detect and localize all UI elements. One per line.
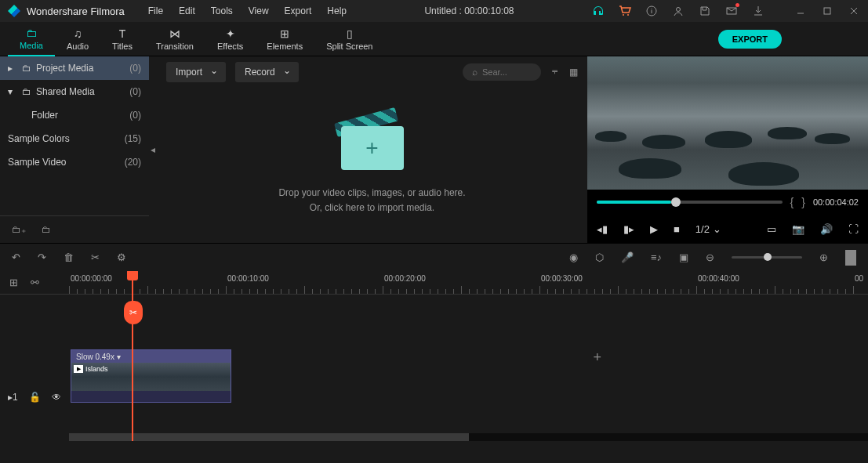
chevron-down-icon: ▾	[117, 353, 121, 361]
play-pause-icon[interactable]: ▮▸	[623, 223, 634, 235]
ruler-time-2: 00:00:20:00	[384, 274, 426, 283]
redo-icon[interactable]: ↷	[38, 251, 46, 263]
music-icon: ♫	[74, 27, 82, 40]
mail-icon[interactable]	[725, 5, 738, 17]
titlebar-actions	[592, 5, 860, 17]
filter-icon[interactable]: ⫧	[550, 67, 560, 78]
svg-point-0	[623, 14, 624, 16]
play-icon[interactable]: ▶	[650, 223, 658, 235]
tab-titles[interactable]: TTitles	[100, 22, 144, 56]
mark-out-icon[interactable]: }	[801, 196, 805, 208]
timeline-options-icon[interactable]: ⊞	[9, 277, 18, 288]
timeline-tracks[interactable]: 00:00:00:00 00:00:10:00 00:00:20:00 00:0…	[69, 271, 868, 441]
voiceover-icon[interactable]: 🎤	[621, 251, 634, 263]
settings-icon[interactable]: ⚙	[117, 251, 126, 263]
grid-view-icon[interactable]: ▦	[569, 67, 578, 78]
menu-edit[interactable]: Edit	[179, 5, 195, 16]
download-icon[interactable]	[752, 5, 764, 17]
timeline-ruler[interactable]: 00:00:00:00 00:00:10:00 00:00:20:00 00:0…	[69, 271, 868, 295]
save-icon[interactable]	[699, 5, 711, 17]
menu-help[interactable]: Help	[327, 5, 347, 16]
zoom-fit-icon[interactable]	[845, 250, 856, 266]
tab-effects[interactable]: ✦Effects	[205, 22, 255, 56]
snapshot-icon[interactable]: 📷	[792, 223, 804, 235]
account-icon[interactable]	[672, 5, 685, 17]
delete-icon[interactable]: 🗑	[64, 251, 74, 263]
media-drop-zone[interactable]: + Drop your video clips, images, or audi…	[157, 88, 587, 243]
sidebar-item-sample-colors[interactable]: Sample Colors (15)	[0, 127, 149, 150]
add-track-icon[interactable]: +	[593, 349, 601, 366]
zoom-slider[interactable]	[732, 256, 802, 259]
cart-icon[interactable]	[619, 5, 631, 17]
visibility-icon[interactable]: 👁	[52, 392, 61, 403]
timeline-clip[interactable]: Slow 0.49x▾ ▶ Islands	[71, 349, 231, 403]
clip-speed-label[interactable]: Slow 0.49x▾	[71, 350, 231, 363]
zoom-out-icon[interactable]: ⊖	[706, 251, 714, 263]
stop-icon[interactable]: ■	[674, 223, 680, 235]
tab-split-screen[interactable]: ▯Split Screen	[314, 22, 384, 56]
search-box[interactable]: ⌕	[463, 63, 541, 81]
document-title: Untitled : 00:00:10:08	[347, 5, 592, 16]
svg-point-1	[627, 14, 629, 16]
seek-track[interactable]	[597, 201, 783, 204]
seek-handle[interactable]	[671, 197, 681, 207]
tab-elements[interactable]: ⊞Elements	[255, 22, 314, 56]
new-folder-icon[interactable]: 🗀₊	[12, 224, 26, 235]
ruler-time-0: 00:00:00:00	[71, 274, 112, 283]
split-icon[interactable]: ✂	[91, 251, 100, 263]
volume-icon[interactable]: 🔊	[820, 223, 833, 235]
search-input[interactable]	[482, 67, 529, 77]
link-icon[interactable]: ⚯	[31, 277, 39, 288]
prev-frame-icon[interactable]: ◂▮	[597, 223, 608, 235]
sidebar-actions: 🗀₊ 🗀	[0, 215, 149, 243]
zoom-handle[interactable]	[764, 253, 772, 261]
audio-mixer-icon[interactable]: ≡♪	[651, 251, 662, 263]
play-indicator-icon: ▶	[74, 365, 83, 373]
mark-in-icon[interactable]: {	[790, 196, 794, 208]
preview-ratio[interactable]: 1/2 ⌄	[695, 223, 721, 235]
main-menu: File Edit Tools View Export Help	[148, 5, 347, 16]
open-folder-icon[interactable]: 🗀	[42, 224, 51, 235]
timeline-scrollbar[interactable]	[69, 433, 868, 441]
maximize-icon[interactable]	[821, 5, 833, 17]
tabs-bar: 🗀Media ♫Audio TTitles ⋈Transition ✦Effec…	[0, 22, 868, 56]
close-icon[interactable]	[848, 5, 860, 17]
minimize-icon[interactable]	[794, 5, 807, 17]
menu-export[interactable]: Export	[285, 5, 312, 16]
quality-icon[interactable]: ▭	[767, 223, 776, 235]
render-icon[interactable]: ◉	[569, 251, 578, 263]
playhead-handle[interactable]	[127, 271, 138, 280]
sidebar-item-folder[interactable]: Folder (0)	[0, 103, 149, 127]
record-dropdown[interactable]: Record	[235, 62, 299, 82]
split-marker-icon[interactable]: ✂	[124, 301, 143, 324]
preview-video[interactable]	[587, 56, 868, 190]
crop-icon[interactable]: ▣	[679, 251, 688, 263]
menu-view[interactable]: View	[249, 5, 269, 16]
scrollbar-thumb[interactable]	[69, 433, 469, 441]
media-sidebar: ▸ 🗀 Project Media (0) ▾ 🗀 Shared Media (…	[0, 56, 149, 243]
info-icon[interactable]	[645, 5, 658, 17]
tab-transition[interactable]: ⋈Transition	[144, 22, 205, 56]
svg-rect-5	[824, 8, 830, 14]
menu-file[interactable]: File	[148, 5, 163, 16]
clip-thumbnails: ▶ Islands	[71, 363, 231, 391]
zoom-in-icon[interactable]: ⊕	[819, 251, 828, 263]
sidebar-item-sample-video[interactable]: Sample Video (20)	[0, 150, 149, 174]
playhead[interactable]	[132, 271, 133, 441]
headset-icon[interactable]	[592, 5, 605, 17]
sidebar-collapse-handle[interactable]: ◂	[149, 56, 157, 243]
sidebar-item-shared-media[interactable]: ▾ 🗀 Shared Media (0)	[0, 80, 149, 103]
elements-icon: ⊞	[280, 27, 289, 40]
lock-icon[interactable]: 🔓	[29, 392, 41, 403]
fullscreen-icon[interactable]: ⛶	[848, 223, 859, 235]
tab-audio[interactable]: ♫Audio	[55, 22, 100, 56]
export-button[interactable]: EXPORT	[718, 30, 782, 49]
undo-icon[interactable]: ↶	[12, 251, 20, 263]
folder-icon: 🗀	[22, 63, 31, 74]
tab-media[interactable]: 🗀Media	[8, 22, 55, 56]
marker-icon[interactable]: ⬡	[595, 251, 604, 263]
video-track-header[interactable]: ▸1 🔓 👁	[0, 377, 69, 418]
sidebar-item-project-media[interactable]: ▸ 🗀 Project Media (0)	[0, 56, 149, 80]
menu-tools[interactable]: Tools	[211, 5, 233, 16]
import-dropdown[interactable]: Import	[166, 62, 226, 82]
